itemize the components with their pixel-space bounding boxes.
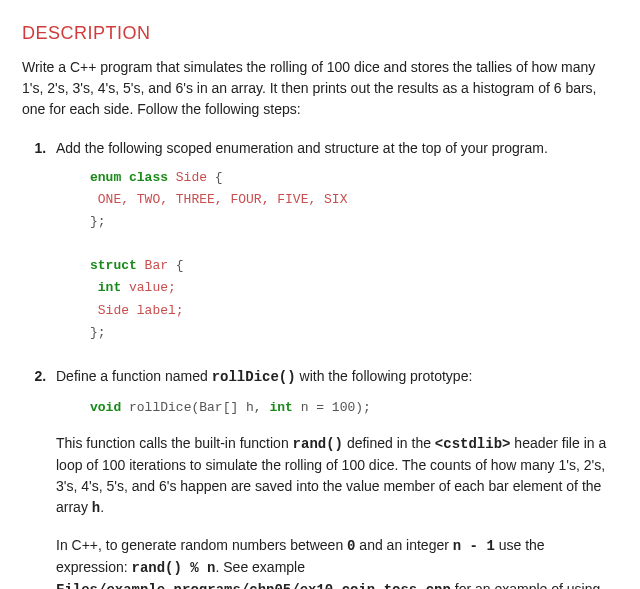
rand-fn: rand() — [293, 436, 343, 452]
step-2-para-2: In C++, to generate random numbers betwe… — [56, 535, 618, 589]
step-1-lead: Add the following scoped enumeration and… — [56, 140, 548, 156]
proto-end: n = 100); — [293, 400, 371, 415]
n-minus-1: n - 1 — [453, 538, 495, 554]
p2-b: and an integer — [355, 537, 452, 553]
p1-d: . — [100, 499, 104, 515]
type-side-ref: Side — [90, 303, 129, 318]
array-h: h — [92, 500, 100, 516]
enum-values: ONE, TWO, THREE, FOUR, FIVE, SIX — [90, 192, 347, 207]
type-side: Side — [168, 170, 207, 185]
step-1-code: enum class Side { ONE, TWO, THREE, FOUR,… — [90, 167, 618, 344]
example-file-path: Files/example_programs/chp05/ex10-coin_t… — [56, 582, 451, 589]
step-2-para-1: This function calls the built-in functio… — [56, 433, 618, 519]
brace-open-2: { — [168, 258, 184, 273]
p2-a: In C++, to generate random numbers betwe… — [56, 537, 347, 553]
steps-list: Add the following scoped enumeration and… — [22, 138, 618, 589]
member-value: value; — [121, 280, 176, 295]
kw-enum-class: enum class — [90, 170, 168, 185]
step-2-lead-a: Define a function named — [56, 368, 212, 384]
function-prototype: void rollDice(Bar[] h, int n = 100); — [90, 398, 618, 418]
rand-mod-n: rand() % n — [131, 560, 215, 576]
brace-open: { — [207, 170, 223, 185]
p1-b: defined in the — [343, 435, 435, 451]
cstdlib-hdr: <cstdlib> — [435, 436, 511, 452]
kw-struct: struct — [90, 258, 137, 273]
p2-e: for an example of using — [451, 581, 600, 589]
kw-int-2: int — [269, 400, 292, 415]
type-bar: Bar — [137, 258, 168, 273]
brace-close: }; — [90, 214, 106, 229]
kw-int: int — [90, 280, 121, 295]
p1-a: This function calls the built-in functio… — [56, 435, 293, 451]
brace-close-2: }; — [90, 325, 106, 340]
p2-d: . See example — [216, 559, 306, 575]
rolldice-fn: rollDice() — [212, 369, 296, 385]
section-heading: DESCRIPTION — [22, 20, 618, 47]
step-2-lead-b: with the following prototype: — [296, 368, 473, 384]
step-2: Define a function named rollDice() with … — [50, 366, 618, 589]
proto-mid: rollDice(Bar[] h, — [121, 400, 269, 415]
intro-paragraph: Write a C++ program that simulates the r… — [22, 57, 618, 120]
member-label: label; — [129, 303, 184, 318]
kw-void: void — [90, 400, 121, 415]
step-1: Add the following scoped enumeration and… — [50, 138, 618, 344]
